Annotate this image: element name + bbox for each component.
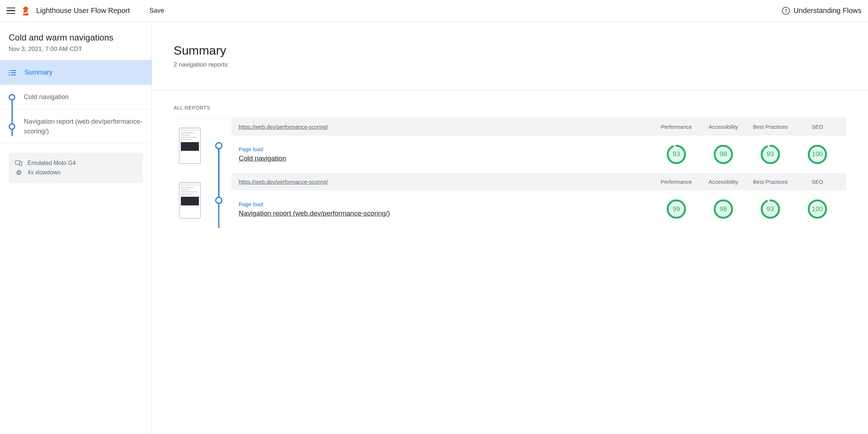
svg-rect-3 <box>17 171 21 174</box>
report-row: Page load Navigation report (web.dev/per… <box>231 190 846 228</box>
sidebar: Cold and warm navigations Nov 3, 2021, 7… <box>0 22 152 434</box>
flow-title: Cold and warm navigations <box>9 33 143 43</box>
report-block: https://web.dev/performance-scoring/ Per… <box>174 118 846 173</box>
step-type: Page load <box>239 201 651 207</box>
col-best-practices: Best Practices <box>749 178 792 186</box>
step-bullet-icon <box>9 123 15 130</box>
menu-icon[interactable] <box>7 7 15 15</box>
sidebar-item-step-0[interactable]: Cold navigation <box>0 85 152 110</box>
col-seo: SEO <box>796 123 839 131</box>
col-performance: Performance <box>655 123 698 131</box>
topbar: Lighthouse User Flow Report Save ? Under… <box>0 0 868 22</box>
summary-icon <box>9 70 16 75</box>
col-accessibility: Accessibility <box>702 178 745 186</box>
gauge-seo[interactable]: 100 <box>807 199 827 219</box>
step-type: Page load <box>239 146 651 152</box>
screenshot-thumbnail[interactable] <box>179 182 201 218</box>
save-button[interactable]: Save <box>149 7 164 14</box>
sidebar-item-label: Summary <box>25 68 52 77</box>
report-header: https://web.dev/performance-scoring/ Per… <box>231 173 846 191</box>
help-link[interactable]: ? Understanding Flows <box>782 7 861 15</box>
report-url-link[interactable]: https://web.dev/performance-scoring/ <box>239 124 651 130</box>
main-content: Summary 2 navigation reports ALL REPORTS <box>152 22 868 434</box>
sidebar-item-step-1[interactable]: Navigation report (web.dev/performance-s… <box>0 110 152 144</box>
section-label: ALL REPORTS <box>174 105 846 111</box>
flow-date: Nov 3, 2021, 7:00 AM CDT <box>9 46 143 53</box>
gauge-performance[interactable]: 99 <box>666 199 686 219</box>
report-header: https://web.dev/performance-scoring/ Per… <box>231 118 846 136</box>
gauge-best-practices[interactable]: 93 <box>760 144 780 165</box>
gauge-best-practices[interactable]: 93 <box>760 199 780 219</box>
gauge-seo[interactable]: 100 <box>807 144 827 165</box>
col-best-practices: Best Practices <box>749 123 792 131</box>
devices-icon <box>15 160 22 166</box>
step-bullet-icon <box>9 94 15 101</box>
col-performance: Performance <box>655 178 698 186</box>
report-block: https://web.dev/performance-scoring/ Per… <box>174 173 846 228</box>
screenshot-thumbnail[interactable] <box>179 128 201 164</box>
timeline-dot-icon <box>215 197 222 204</box>
device-emulated: Emulated Moto G4 <box>27 160 76 166</box>
gauge-performance[interactable]: 93 <box>666 144 686 165</box>
page-subtitle: 2 navigation reports <box>174 61 846 68</box>
col-seo: SEO <box>796 178 839 186</box>
gauge-accessibility[interactable]: 98 <box>713 144 733 165</box>
svg-rect-4 <box>18 172 20 174</box>
report-row: Page load Cold navigation 93 98 93 100 <box>231 136 846 173</box>
app-title: Lighthouse User Flow Report <box>36 7 130 15</box>
svg-rect-0 <box>24 9 27 11</box>
report-url-link[interactable]: https://web.dev/performance-scoring/ <box>239 179 651 185</box>
device-throttle: 4x slowdown <box>27 169 61 176</box>
sidebar-item-summary[interactable]: Summary <box>0 60 152 85</box>
step-name-link[interactable]: Cold navigation <box>239 154 286 162</box>
help-icon: ? <box>782 7 790 15</box>
sidebar-item-label: Navigation report (web.dev/performance-s… <box>24 117 143 136</box>
help-label: Understanding Flows <box>793 7 861 15</box>
page-title: Summary <box>174 43 846 58</box>
device-info: Emulated Moto G4 4x slowdown <box>9 153 143 183</box>
timeline-dot-icon <box>215 142 222 149</box>
col-accessibility: Accessibility <box>702 123 745 131</box>
sidebar-item-label: Cold navigation <box>24 92 69 102</box>
step-name-link[interactable]: Navigation report (web.dev/performance-s… <box>239 209 390 217</box>
gauge-accessibility[interactable]: 98 <box>713 199 733 219</box>
svg-rect-2 <box>20 162 22 166</box>
lighthouse-logo-icon <box>22 6 30 16</box>
cpu-icon <box>15 170 22 175</box>
